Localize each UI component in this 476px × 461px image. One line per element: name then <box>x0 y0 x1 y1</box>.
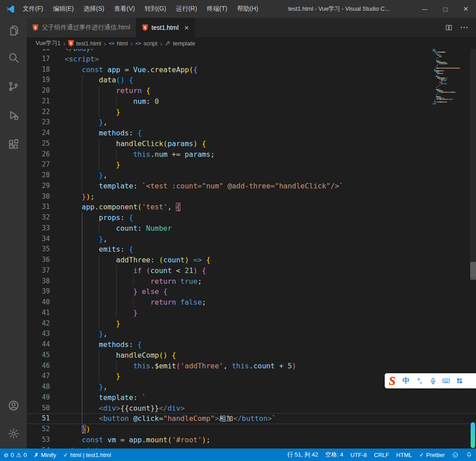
code-line[interactable]: 23 }, <box>27 117 476 128</box>
minimap-line <box>452 99 453 100</box>
breadcrumb-item[interactable]: template <box>165 40 195 47</box>
editor-tab[interactable]: 5test1.html× <box>136 18 195 37</box>
code-line[interactable]: 54</script> <box>27 445 476 449</box>
split-editor-icon[interactable] <box>445 24 452 31</box>
status-problems[interactable]: ⊘0⚠0 <box>0 449 30 461</box>
activity-run-debug-button[interactable] <box>0 101 27 130</box>
menu-item[interactable]: 转到(G) <box>140 0 171 18</box>
status-html-validator[interactable]: ✓html | test1.html <box>60 449 114 461</box>
code-line[interactable]: 51 <button @click="handleComp">相加</butto… <box>27 413 476 424</box>
code-line[interactable]: 52 }) <box>27 424 476 435</box>
activity-search-button[interactable] <box>0 43 27 72</box>
activity-account-button[interactable] <box>0 392 27 420</box>
code-line[interactable]: 18 const app = Vue.createApp({ <box>27 65 476 75</box>
menu-item[interactable]: 帮助(H) <box>232 0 263 18</box>
status-prettier-status[interactable]: ✓Prettier <box>415 449 448 461</box>
code-line[interactable]: 34 }, <box>27 234 476 245</box>
menu-item[interactable]: 运行(R) <box>171 0 202 18</box>
ime-punctuation-button[interactable]: °, <box>413 373 426 388</box>
code-line[interactable]: 39 } else { <box>27 286 476 297</box>
minify-button-icon: ✗ <box>34 452 39 458</box>
code-text: <div>{{count}}</div> <box>65 403 185 414</box>
code-line[interactable]: 33 count: Number <box>27 223 476 234</box>
indent-guide <box>82 212 82 223</box>
code-line[interactable]: 45 handleComp() { <box>27 350 476 361</box>
scrollbar-thumb[interactable] <box>470 262 476 280</box>
indent-guide <box>116 96 117 107</box>
window-title: test1.html - Vue学习 - Visual Studio C... <box>263 5 415 13</box>
line-number: 28 <box>27 170 50 181</box>
code-line[interactable]: 30 }); <box>27 192 476 202</box>
code-line[interactable]: 35 emits: { <box>27 244 476 255</box>
minimize-button[interactable]: ─ <box>415 0 435 18</box>
tab-close-icon[interactable]: × <box>184 24 189 32</box>
status-minify-button[interactable]: ✗Minify <box>30 449 60 461</box>
breadcrumb-item[interactable]: <>script <box>135 40 157 47</box>
menu-item[interactable]: 终端(T) <box>202 0 232 18</box>
minimap[interactable] <box>432 49 470 143</box>
status-label: Minify <box>41 452 56 458</box>
ime-toolbox-grid-icon[interactable] <box>453 373 466 388</box>
code-line[interactable]: 31 app.component('test', { <box>27 202 476 212</box>
code-line[interactable]: 37 if (count < 21) { <box>27 265 476 276</box>
keyboard-icon[interactable] <box>439 373 453 388</box>
maximize-button[interactable]: □ <box>435 0 456 18</box>
code-line[interactable]: 43 }, <box>27 329 476 339</box>
code-line[interactable]: 46 this.$emit('addThree', this.count + 5… <box>27 361 476 371</box>
code-line[interactable]: 44 methods: { <box>27 339 476 350</box>
status-indentation-setting[interactable]: 空格: 4 <box>322 449 347 461</box>
status-encoding-selector[interactable]: UTF-8 <box>347 449 370 461</box>
code-line[interactable]: 20 return { <box>27 86 476 96</box>
minimap-line <box>436 66 437 67</box>
code-line[interactable]: 21 num: 0 <box>27 96 476 107</box>
sogou-logo-icon[interactable]: S <box>389 375 395 387</box>
code-line[interactable]: 42 } <box>27 318 476 329</box>
activity-source-control-button[interactable] <box>0 72 27 101</box>
status-cursor-position[interactable]: 行 51, 列 42 <box>284 449 321 461</box>
indent-guide <box>82 139 82 149</box>
menu-item[interactable]: 查看(V) <box>109 0 140 18</box>
activity-settings-gear-button[interactable] <box>0 420 27 448</box>
menu-item[interactable]: 选择(S) <box>79 0 110 18</box>
code-line[interactable]: 19 data() { <box>27 75 476 86</box>
status-eol-selector[interactable]: CRLF <box>370 449 393 461</box>
more-actions-button[interactable]: ··· <box>460 24 469 32</box>
minimap-line <box>446 78 447 78</box>
code-line[interactable]: 41 } <box>27 308 476 318</box>
code-editor[interactable]: 16</body>17<script>18 const app = Vue.cr… <box>27 49 476 449</box>
microphone-icon[interactable] <box>426 373 439 388</box>
code-line[interactable]: 36 addThree: (count) => { <box>27 255 476 265</box>
activity-explorer-button[interactable] <box>0 18 27 43</box>
menu-item[interactable]: 文件(F) <box>18 0 48 18</box>
code-line[interactable]: 29 template: `<test :count="num" @add-th… <box>27 181 476 192</box>
ime-language-mode-button[interactable]: 中 <box>399 373 413 388</box>
code-line[interactable]: 49 template: ` <box>27 392 476 403</box>
code-line[interactable]: 26 this.num += params; <box>27 149 476 160</box>
status-feedback[interactable] <box>448 449 462 461</box>
indent-guide <box>82 149 82 160</box>
code-line[interactable]: 24 methods: { <box>27 128 476 139</box>
code-line[interactable]: 27 } <box>27 159 476 170</box>
code-line[interactable]: 17<script> <box>27 54 476 65</box>
editor-tab[interactable]: 5父子组件通过事件进行通信.html <box>27 18 136 37</box>
code-line[interactable]: 32 props: { <box>27 212 476 223</box>
code-line[interactable]: 22 } <box>27 107 476 118</box>
code-line[interactable]: 16</body> <box>27 49 476 54</box>
close-button[interactable]: × <box>456 0 476 18</box>
activity-extensions-button[interactable] <box>0 130 27 159</box>
breadcrumb-item[interactable]: 5test1.html <box>68 40 101 47</box>
code-line[interactable]: 53 const vm = app.mount('#root'); <box>27 435 476 445</box>
editor-scrollbar[interactable] <box>470 49 476 277</box>
code-line[interactable]: 25 handleClick(params) { <box>27 139 476 149</box>
code-line[interactable]: 40 return false; <box>27 297 476 308</box>
sogou-ime-toolbar[interactable]: S 中 °, <box>385 373 476 388</box>
indent-guide <box>99 361 99 371</box>
code-line[interactable]: 50 <div>{{count}}</div> <box>27 403 476 414</box>
code-line[interactable]: 38 return true; <box>27 276 476 287</box>
breadcrumb-item[interactable]: <>html <box>109 40 128 47</box>
status-language-mode[interactable]: HTML <box>393 449 415 461</box>
breadcrumb-item[interactable]: Vue学习1 <box>36 39 61 47</box>
code-line[interactable]: 28 }, <box>27 170 476 181</box>
status-notifications[interactable] <box>462 449 476 461</box>
menu-item[interactable]: 编辑(E) <box>48 0 79 18</box>
